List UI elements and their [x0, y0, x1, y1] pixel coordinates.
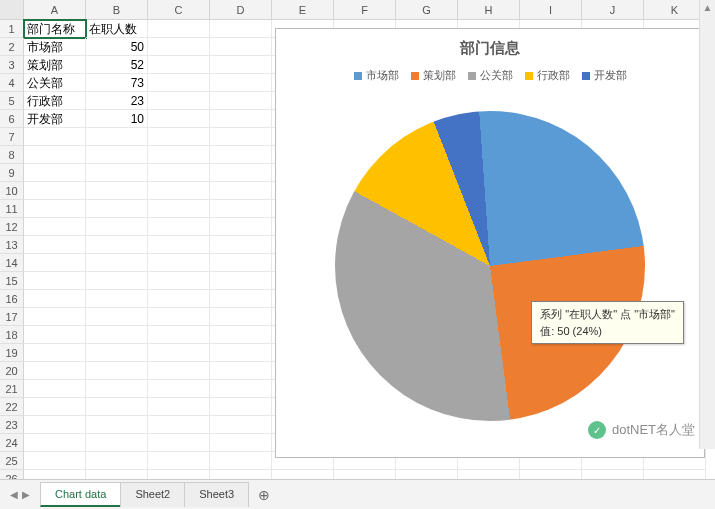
cell[interactable]	[24, 146, 86, 164]
cell[interactable]	[148, 326, 210, 344]
row-header[interactable]: 7	[0, 128, 24, 146]
cell[interactable]	[210, 74, 272, 92]
cell[interactable]	[24, 398, 86, 416]
cell[interactable]	[148, 254, 210, 272]
cell[interactable]	[210, 290, 272, 308]
cell[interactable]: 市场部	[24, 38, 86, 56]
cell[interactable]	[148, 434, 210, 452]
chart-object[interactable]: 部门信息 市场部策划部公关部行政部开发部 系列 "在职人数" 点 "市场部" 值…	[275, 28, 705, 458]
cell[interactable]	[86, 164, 148, 182]
cell[interactable]: 52	[86, 56, 148, 74]
row-header[interactable]: 19	[0, 344, 24, 362]
cell[interactable]: 开发部	[24, 110, 86, 128]
tab-nav-next-icon[interactable]: ▶	[22, 489, 30, 500]
cell[interactable]	[24, 452, 86, 470]
cell[interactable]	[86, 344, 148, 362]
tab-nav-prev-icon[interactable]: ◀	[10, 489, 18, 500]
cell[interactable]	[148, 344, 210, 362]
column-header[interactable]: B	[86, 0, 148, 19]
cell[interactable]	[210, 272, 272, 290]
cell[interactable]	[148, 38, 210, 56]
cell[interactable]	[86, 452, 148, 470]
cell[interactable]	[148, 182, 210, 200]
cell[interactable]: 23	[86, 92, 148, 110]
row-header[interactable]: 8	[0, 146, 24, 164]
cell[interactable]	[210, 218, 272, 236]
cell[interactable]	[148, 200, 210, 218]
cell[interactable]	[24, 290, 86, 308]
cell[interactable]	[210, 164, 272, 182]
row-header[interactable]: 24	[0, 434, 24, 452]
cell[interactable]: 行政部	[24, 92, 86, 110]
cell[interactable]	[210, 344, 272, 362]
cell[interactable]	[24, 326, 86, 344]
cell[interactable]	[148, 398, 210, 416]
cell[interactable]	[86, 182, 148, 200]
column-header[interactable]: E	[272, 0, 334, 19]
column-header[interactable]: K	[644, 0, 706, 19]
row-header[interactable]: 11	[0, 200, 24, 218]
column-header[interactable]: A	[24, 0, 86, 19]
cell[interactable]	[24, 218, 86, 236]
cell[interactable]	[148, 308, 210, 326]
cell[interactable]	[24, 380, 86, 398]
cell[interactable]	[210, 200, 272, 218]
legend-item[interactable]: 市场部	[354, 68, 399, 83]
legend-item[interactable]: 开发部	[582, 68, 627, 83]
cell[interactable]	[86, 236, 148, 254]
cell[interactable]	[210, 398, 272, 416]
row-header[interactable]: 21	[0, 380, 24, 398]
row-header[interactable]: 16	[0, 290, 24, 308]
cell[interactable]	[24, 416, 86, 434]
row-header[interactable]: 5	[0, 92, 24, 110]
row-header[interactable]: 1	[0, 20, 24, 38]
cell[interactable]	[148, 20, 210, 38]
cell[interactable]	[210, 20, 272, 38]
sheet-tab[interactable]: Chart data	[40, 482, 121, 507]
cell[interactable]	[24, 200, 86, 218]
cell[interactable]	[24, 182, 86, 200]
row-header[interactable]: 23	[0, 416, 24, 434]
cell[interactable]: 73	[86, 74, 148, 92]
row-header[interactable]: 12	[0, 218, 24, 236]
cell[interactable]	[148, 146, 210, 164]
cell[interactable]	[210, 182, 272, 200]
cell[interactable]	[148, 380, 210, 398]
cell[interactable]	[210, 110, 272, 128]
row-header[interactable]: 18	[0, 326, 24, 344]
row-header[interactable]: 9	[0, 164, 24, 182]
cell[interactable]	[210, 38, 272, 56]
sheet-tab[interactable]: Sheet3	[184, 482, 249, 507]
row-header[interactable]: 14	[0, 254, 24, 272]
row-header[interactable]: 20	[0, 362, 24, 380]
select-all-corner[interactable]	[0, 0, 24, 19]
cell[interactable]: 策划部	[24, 56, 86, 74]
row-header[interactable]: 6	[0, 110, 24, 128]
cell[interactable]	[86, 380, 148, 398]
vertical-scrollbar[interactable]: ▲	[699, 0, 715, 449]
cell[interactable]	[24, 362, 86, 380]
cell[interactable]	[86, 218, 148, 236]
cell[interactable]	[148, 362, 210, 380]
cell[interactable]	[24, 308, 86, 326]
cell[interactable]	[24, 128, 86, 146]
cell[interactable]	[24, 272, 86, 290]
cell[interactable]	[210, 452, 272, 470]
row-header[interactable]: 25	[0, 452, 24, 470]
cell[interactable]	[210, 326, 272, 344]
cell[interactable]	[86, 128, 148, 146]
cell[interactable]	[148, 272, 210, 290]
legend-item[interactable]: 公关部	[468, 68, 513, 83]
cell[interactable]	[86, 290, 148, 308]
cell[interactable]	[148, 452, 210, 470]
cell[interactable]	[148, 290, 210, 308]
column-header[interactable]: F	[334, 0, 396, 19]
cell[interactable]	[24, 236, 86, 254]
tab-nav-buttons[interactable]: ◀ ▶	[10, 489, 40, 500]
cell[interactable]	[210, 434, 272, 452]
cell[interactable]: 50	[86, 38, 148, 56]
cell[interactable]	[86, 146, 148, 164]
cell[interactable]	[210, 380, 272, 398]
column-header[interactable]: D	[210, 0, 272, 19]
cell[interactable]	[210, 146, 272, 164]
